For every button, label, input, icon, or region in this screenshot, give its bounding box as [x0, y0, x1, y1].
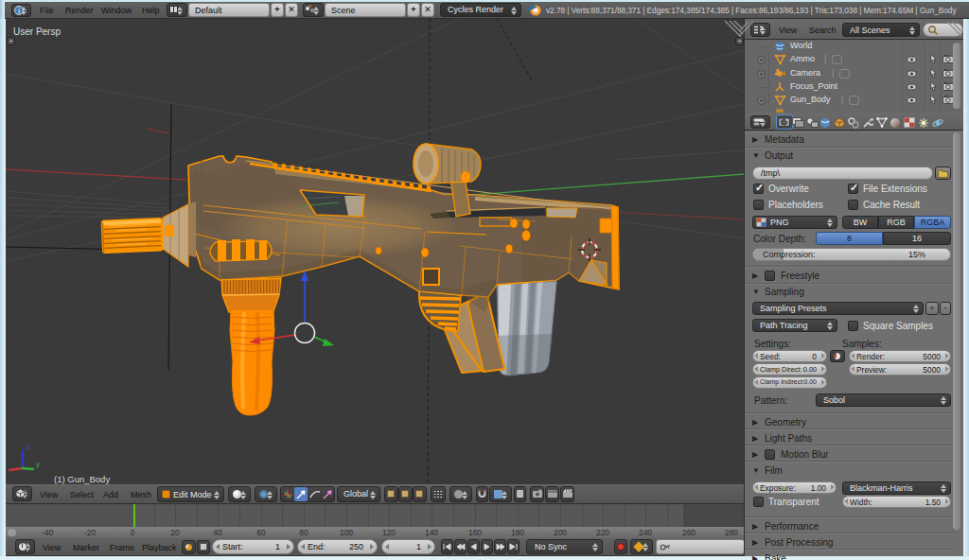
- svg-text:y: y: [36, 460, 40, 468]
- svg-text:z: z: [26, 443, 29, 451]
